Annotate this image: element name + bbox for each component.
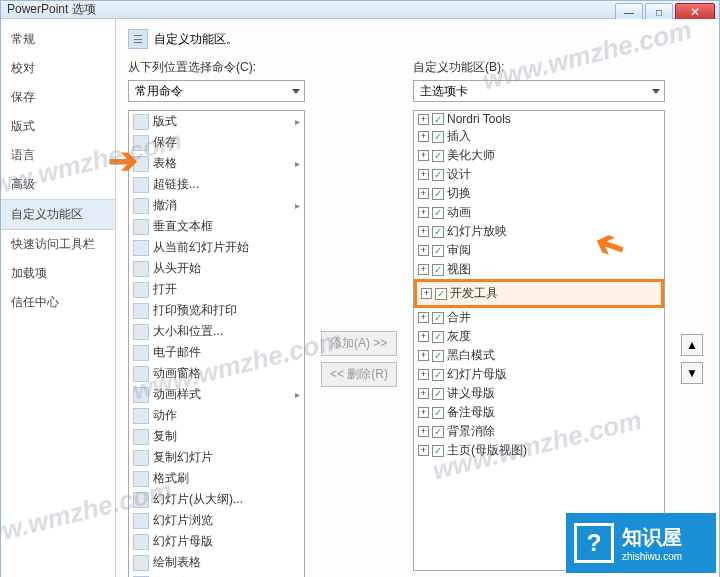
command-icon xyxy=(133,471,149,487)
tree-item[interactable]: +Nordri Tools xyxy=(414,111,664,127)
tree-item[interactable]: +美化大师 xyxy=(414,146,664,165)
tree-checkbox[interactable] xyxy=(432,131,444,143)
expand-icon[interactable]: + xyxy=(418,312,429,323)
tree-item[interactable]: +主页(母版视图) xyxy=(414,441,664,460)
command-item[interactable]: 复制 xyxy=(129,426,304,447)
add-button[interactable]: 添加(A) >> xyxy=(321,331,397,356)
expand-icon[interactable]: + xyxy=(418,426,429,437)
tree-item[interactable]: +背景消除 xyxy=(414,422,664,441)
tree-checkbox[interactable] xyxy=(432,226,444,238)
expand-icon[interactable]: + xyxy=(418,131,429,142)
expand-icon[interactable]: + xyxy=(418,331,429,342)
sidebar-item[interactable]: 快速访问工具栏 xyxy=(1,230,115,259)
sidebar-item[interactable]: 版式 xyxy=(1,112,115,141)
command-item[interactable]: 表格▸ xyxy=(129,153,304,174)
expand-icon[interactable]: + xyxy=(418,369,429,380)
command-item[interactable]: 格式刷 xyxy=(129,468,304,489)
sidebar-item[interactable]: 保存 xyxy=(1,83,115,112)
command-item[interactable]: 动作 xyxy=(129,405,304,426)
command-item[interactable]: 幻灯片浏览 xyxy=(129,510,304,531)
command-item[interactable]: 打印预览和打印 xyxy=(129,300,304,321)
sidebar-item[interactable]: 语言 xyxy=(1,141,115,170)
expand-icon[interactable]: + xyxy=(418,188,429,199)
expand-icon[interactable]: + xyxy=(418,114,429,125)
commands-source-dropdown[interactable]: 常用命令 xyxy=(128,80,305,102)
sidebar-item[interactable]: 加载项 xyxy=(1,259,115,288)
tree-checkbox[interactable] xyxy=(432,150,444,162)
ribbon-icon: ☰ xyxy=(128,29,148,49)
tree-item[interactable]: +黑白模式 xyxy=(414,346,664,365)
tree-item[interactable]: +视图 xyxy=(414,260,664,279)
tree-checkbox[interactable] xyxy=(432,331,444,343)
command-item[interactable]: 版式▸ xyxy=(129,111,304,132)
tree-item[interactable]: +插入 xyxy=(414,127,664,146)
tree-item[interactable]: +备注母版 xyxy=(414,403,664,422)
command-item[interactable]: 保存 xyxy=(129,132,304,153)
remove-button[interactable]: << 删除(R) xyxy=(321,362,397,387)
expand-icon[interactable]: + xyxy=(418,150,429,161)
tree-checkbox[interactable] xyxy=(432,312,444,324)
command-item[interactable]: 撤消▸ xyxy=(129,195,304,216)
expand-icon[interactable]: + xyxy=(418,169,429,180)
tree-checkbox[interactable] xyxy=(432,426,444,438)
move-down-button[interactable]: ▼ xyxy=(681,362,703,384)
tabs-scope-dropdown[interactable]: 主选项卡 xyxy=(413,80,665,102)
tree-item[interactable]: +审阅 xyxy=(414,241,664,260)
command-item[interactable]: 复制幻灯片 xyxy=(129,447,304,468)
tree-checkbox[interactable] xyxy=(432,407,444,419)
command-item[interactable]: 动画样式▸ xyxy=(129,384,304,405)
expand-icon[interactable]: + xyxy=(418,264,429,275)
tree-checkbox[interactable] xyxy=(432,445,444,457)
command-item[interactable]: 从头开始 xyxy=(129,258,304,279)
tree-item[interactable]: +动画 xyxy=(414,203,664,222)
command-item[interactable]: 打开 xyxy=(129,279,304,300)
tree-checkbox[interactable] xyxy=(435,288,447,300)
tree-checkbox[interactable] xyxy=(432,113,444,125)
brand-logo: ? 知识屋 zhishiwu.com xyxy=(566,513,716,573)
tree-checkbox[interactable] xyxy=(432,369,444,381)
tree-checkbox[interactable] xyxy=(432,207,444,219)
tree-item[interactable]: +讲义母版 xyxy=(414,384,664,403)
command-item[interactable]: 超链接... xyxy=(129,174,304,195)
sidebar-item[interactable]: 高级 xyxy=(1,170,115,199)
tree-item[interactable]: +合并 xyxy=(414,308,664,327)
command-icon xyxy=(133,408,149,424)
tree-checkbox[interactable] xyxy=(432,350,444,362)
tree-checkbox[interactable] xyxy=(432,188,444,200)
tree-item[interactable]: +设计 xyxy=(414,165,664,184)
ribbon-tree[interactable]: +Nordri Tools+插入+美化大师+设计+切换+动画+幻灯片放映+审阅+… xyxy=(413,110,665,571)
command-item[interactable]: 幻灯片(从大纲)... xyxy=(129,489,304,510)
sidebar-item[interactable]: 常规 xyxy=(1,25,115,54)
tree-checkbox[interactable] xyxy=(432,264,444,276)
tree-item[interactable]: +幻灯片母版 xyxy=(414,365,664,384)
tree-item[interactable]: +切换 xyxy=(414,184,664,203)
command-item[interactable]: 动画窗格 xyxy=(129,363,304,384)
command-item[interactable]: 大小和位置... xyxy=(129,321,304,342)
move-up-button[interactable]: ▲ xyxy=(681,334,703,356)
command-item[interactable]: 幻灯片母版 xyxy=(129,531,304,552)
tree-item[interactable]: +灰度 xyxy=(414,327,664,346)
tree-item[interactable]: +幻灯片放映 xyxy=(414,222,664,241)
expand-icon[interactable]: + xyxy=(418,445,429,456)
expand-icon[interactable]: + xyxy=(421,288,432,299)
tree-checkbox[interactable] xyxy=(432,169,444,181)
expand-icon[interactable]: + xyxy=(418,407,429,418)
sidebar-item[interactable]: 信任中心 xyxy=(1,288,115,317)
sidebar-item[interactable]: 校对 xyxy=(1,54,115,83)
tree-checkbox[interactable] xyxy=(432,388,444,400)
command-item[interactable]: 绘制表格 xyxy=(129,552,304,573)
tree-item[interactable]: +开发工具 xyxy=(414,279,664,308)
expand-icon[interactable]: + xyxy=(418,226,429,237)
command-item[interactable]: 垂直文本框 xyxy=(129,216,304,237)
expand-icon[interactable]: + xyxy=(418,350,429,361)
commands-listbox[interactable]: 版式▸保存表格▸超链接...撤消▸垂直文本框从当前幻灯片开始从头开始打开打印预览… xyxy=(128,110,305,577)
command-item[interactable]: 减小字体 xyxy=(129,573,304,577)
command-item[interactable]: 电子邮件 xyxy=(129,342,304,363)
logo-title: 知识屋 xyxy=(622,524,682,551)
expand-icon[interactable]: + xyxy=(418,388,429,399)
command-item[interactable]: 从当前幻灯片开始 xyxy=(129,237,304,258)
tree-checkbox[interactable] xyxy=(432,245,444,257)
expand-icon[interactable]: + xyxy=(418,207,429,218)
sidebar-item[interactable]: 自定义功能区 xyxy=(1,199,115,230)
expand-icon[interactable]: + xyxy=(418,245,429,256)
